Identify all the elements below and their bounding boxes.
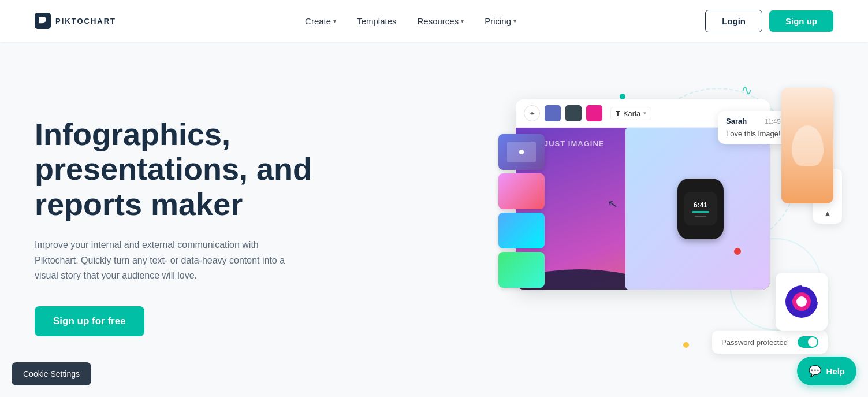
- help-chat-icon: 💬: [809, 365, 821, 377]
- hero-preview: + ∿ ✦ T Karla: [498, 76, 833, 377]
- logo-icon: [35, 13, 51, 29]
- nav-actions: Login Sign up: [705, 10, 833, 32]
- deco-teal-dot: [620, 94, 625, 99]
- password-label: Password protected: [721, 338, 791, 347]
- logo[interactable]: PIKTOCHART: [35, 13, 116, 29]
- hero-cta-button[interactable]: Sign up for free: [35, 306, 144, 336]
- thumb-3: [498, 213, 545, 248]
- password-toggle[interactable]: [798, 336, 818, 348]
- magic-wand-icon: ✦: [524, 105, 540, 121]
- chevron-down-icon: ▾: [333, 18, 336, 24]
- hero-title: Infographics, presentations, and reports…: [35, 117, 335, 221]
- font-chevron-icon: ▾: [643, 110, 646, 116]
- color-swatch-pink[interactable]: [586, 105, 602, 121]
- side-icon-triangle: ▲: [824, 209, 832, 218]
- password-bar: Password protected: [712, 331, 828, 354]
- cursor-icon: ↖: [607, 196, 619, 212]
- comment-author: Sarah: [726, 117, 747, 125]
- hero-section: Infographics, presentations, and reports…: [0, 42, 868, 397]
- toggle-knob: [808, 337, 817, 347]
- color-swatch-blue[interactable]: [545, 105, 561, 121]
- nav-templates[interactable]: Templates: [357, 16, 396, 26]
- chevron-down-icon-3: ▾: [513, 18, 516, 24]
- login-button[interactable]: Login: [705, 10, 762, 32]
- nav-resources[interactable]: Resources ▾: [418, 16, 464, 26]
- cookie-settings-bar[interactable]: Cookie Settings: [12, 362, 91, 385]
- donut-chart-card: [776, 273, 828, 331]
- nav-links: Create ▾ Templates Resources ▾ Pricing ▾: [305, 16, 516, 26]
- red-dot-accent: [734, 248, 741, 255]
- deco-yellow-dot: [683, 342, 689, 348]
- hero-subtitle: Improve your internal and external commu…: [35, 238, 289, 283]
- thumb-4: [498, 252, 545, 288]
- nav-pricing[interactable]: Pricing ▾: [485, 16, 516, 26]
- color-swatch-dark[interactable]: [565, 105, 582, 121]
- font-t-label: T: [616, 109, 620, 118]
- chevron-down-icon-2: ▾: [461, 18, 464, 24]
- donut-chart: [781, 281, 822, 322]
- signup-button[interactable]: Sign up: [769, 10, 833, 32]
- svg-point-3: [796, 296, 807, 307]
- font-name-label: Karla: [623, 109, 640, 118]
- watch-image: 6:41: [625, 128, 770, 290]
- navbar: PIKTOCHART Create ▾ Templates Resources …: [0, 0, 868, 42]
- help-button[interactable]: 💬 Help: [797, 357, 856, 385]
- brand-name: PIKTOCHART: [55, 17, 116, 25]
- hero-left: Infographics, presentations, and reports…: [35, 117, 335, 337]
- editor-canvas: OW JUST IMAGINE 6:41: [516, 128, 770, 290]
- deco-swirl-icon: ∿: [741, 82, 752, 98]
- thumb-2: [498, 173, 545, 209]
- thumb-1: [498, 134, 545, 170]
- portrait-card: [781, 88, 833, 203]
- font-selector[interactable]: T Karla ▾: [610, 107, 651, 120]
- nav-create[interactable]: Create ▾: [305, 16, 336, 26]
- thumbnail-strip: [498, 134, 545, 288]
